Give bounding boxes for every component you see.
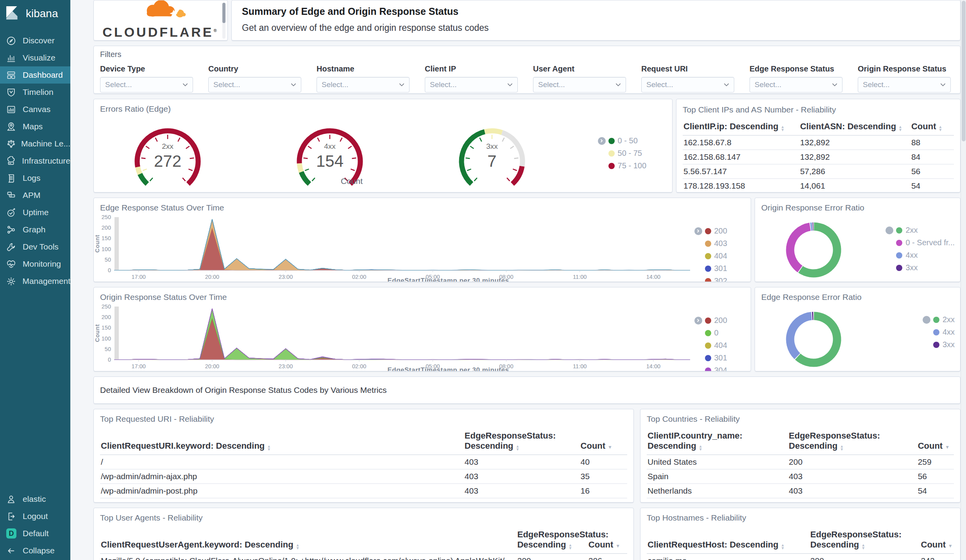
svg-text:7: 7 (487, 152, 496, 170)
legend-item[interactable]: 4xx (933, 328, 955, 337)
legend-item[interactable]: 3xx (933, 340, 955, 349)
column-header[interactable]: EdgeResponseStatus: Descending▲▼ (464, 427, 580, 455)
legend-label: 301 (714, 353, 727, 362)
column-header[interactable]: EdgeResponseStatus: Descending▲▼ (517, 526, 588, 554)
sidebar-item-apm[interactable]: APM (0, 187, 70, 204)
page-scrollbar[interactable] (961, 0, 966, 560)
legend-item[interactable]: 2xx (933, 315, 955, 324)
table-cell: 54 (911, 179, 954, 193)
column-header[interactable]: Count▼ (920, 526, 954, 554)
legend-item[interactable]: 301 (705, 264, 751, 273)
cloudflare-logo-panel: CLOUDFLARE® (93, 0, 228, 41)
legend-item[interactable]: 0 (705, 328, 751, 337)
column-header[interactable]: ClientIP.ip: Descending▲▼ (683, 118, 799, 136)
column-header[interactable]: ClientASN: Descending▲▼ (799, 118, 911, 136)
table-cell: 200 (464, 498, 580, 503)
table-cell: 242 (920, 554, 954, 560)
sidebar-item-logout[interactable]: Logout (0, 508, 70, 525)
column-header[interactable]: ClientRequestUserAgent.keyword: Descendi… (100, 526, 517, 554)
sidebar-item-canvas[interactable]: Canvas (0, 101, 70, 118)
sidebar-item-dashboard[interactable]: Dashboard (0, 66, 70, 84)
sidebar-item-monitoring[interactable]: Monitoring (0, 255, 70, 273)
panel-title: Edge Response Error Ratio (755, 287, 960, 302)
column-header[interactable]: EdgeResponseStatus: Descending▲▼ (788, 427, 917, 455)
edge-status-area-chart[interactable]: 05010015020025017:0020:0023:0002:0005:00… (94, 214, 693, 282)
filter-select[interactable]: Select... (533, 77, 626, 93)
legend-item[interactable]: 75 - 100 (608, 161, 646, 170)
column-header[interactable]: ClientRequestHost: Descending▲▼ (647, 526, 810, 554)
filter-select[interactable]: Select... (750, 77, 843, 93)
sidebar-item-infrastructure[interactable]: Infrastructure (0, 152, 70, 169)
panel-title: Top Hostnames - Reliability (640, 508, 960, 523)
filter-field: Device TypeSelect... (100, 64, 193, 93)
table-cell: 35 (580, 469, 627, 484)
legend-item[interactable]: 403 (705, 239, 751, 248)
sidebar-item-elastic[interactable]: elastic (0, 490, 70, 508)
filter-select[interactable]: Select... (317, 77, 410, 93)
column-header[interactable]: Count▼ (580, 427, 627, 455)
legend-item[interactable]: 301 (705, 353, 751, 362)
column-header[interactable]: ClientRequestURI.keyword: Descending▲▼ (100, 427, 464, 455)
sidebar-item-discover[interactable]: Discover (0, 32, 70, 49)
legend-item[interactable]: 0 - 50 (608, 136, 646, 145)
sidebar-item-machine-learning[interactable]: Machine Le... (0, 135, 70, 152)
legend-expand-icon[interactable] (923, 316, 930, 324)
legend-item[interactable]: 2xx (896, 226, 955, 235)
legend-expand-icon[interactable] (598, 137, 606, 145)
origin-status-area-chart[interactable]: 05010015020025017:0020:0023:0002:0005:00… (94, 303, 693, 371)
table-cell: Netherlands (647, 484, 788, 498)
sidebar-item-visualize[interactable]: Visualize (0, 49, 70, 66)
svg-text:Count: Count (94, 235, 100, 253)
legend-item[interactable]: 404 (705, 251, 751, 260)
panel-title: Origin Response Error Ratio (755, 198, 960, 212)
legend-item[interactable]: 0 - Served fr... (896, 238, 955, 247)
edge-error-ratio-donut[interactable] (780, 305, 847, 371)
sidebar-item-uptime[interactable]: Uptime (0, 204, 70, 221)
sidebar-item-dev-tools[interactable]: Dev Tools (0, 238, 70, 255)
panel-scrollbar[interactable] (222, 3, 225, 39)
sidebar-item-maps[interactable]: Maps (0, 118, 70, 135)
svg-text:100: 100 (102, 335, 111, 342)
svg-text:3xx: 3xx (486, 142, 498, 150)
column-header[interactable]: Count▼ (917, 427, 954, 455)
table-cell: 403 (788, 498, 917, 503)
legend-item[interactable]: 4xx (896, 251, 955, 260)
svg-text:11:00: 11:00 (573, 363, 587, 369)
filter-select[interactable]: Select... (100, 77, 193, 93)
kibana-logo[interactable]: kibana (0, 0, 70, 26)
legend-item[interactable]: 304 (705, 366, 751, 371)
filter-select[interactable]: Select... (641, 77, 734, 93)
legend-expand-icon[interactable] (886, 226, 893, 234)
legend-color-dot (705, 266, 711, 272)
legend-item[interactable]: 404 (705, 341, 751, 350)
user-icon (6, 494, 18, 504)
column-header[interactable]: ClientIP.country_name: Descending▲▼ (647, 427, 788, 455)
legend-expand-icon[interactable] (694, 227, 702, 235)
gauge-count-label: Count (324, 177, 379, 186)
legend-label: 3xx (943, 340, 955, 349)
legend-item[interactable]: 200 (705, 226, 751, 235)
sidebar-item-label: APM (23, 191, 41, 200)
column-header[interactable]: EdgeResponseStatus: Descending▲▼ (810, 526, 920, 554)
select-placeholder: Select... (105, 80, 182, 89)
edge-error-ratio-panel: Edge Response Error Ratio 2xx4xx3xx (755, 287, 961, 371)
sidebar-item-default-space[interactable]: DDefault (0, 525, 70, 542)
legend-item[interactable]: 302 (705, 276, 751, 282)
legend-item[interactable]: 3xx (896, 263, 955, 272)
legend-expand-icon[interactable] (694, 317, 702, 325)
filter-select[interactable]: Select... (425, 77, 518, 93)
legend-item[interactable]: 50 - 75 (608, 149, 646, 158)
filter-select[interactable]: Select... (858, 77, 951, 93)
sidebar-item-logs[interactable]: Logs (0, 169, 70, 187)
sidebar-item-timelion[interactable]: Timelion (0, 84, 70, 101)
legend-item[interactable]: 200 (705, 316, 751, 325)
sidebar-item-graph[interactable]: Graph (0, 221, 70, 238)
top-hostnames-panel: Top Hostnames - Reliability ClientReques… (640, 508, 961, 560)
timelion-icon (6, 87, 18, 97)
uptime-icon (6, 207, 18, 218)
filter-select[interactable]: Select... (208, 77, 301, 93)
sidebar-item-collapse[interactable]: Collapse (0, 542, 70, 559)
sidebar-item-management[interactable]: Management (0, 273, 70, 290)
origin-error-ratio-donut[interactable] (780, 216, 847, 282)
column-header[interactable]: Count▲▼ (911, 118, 954, 136)
